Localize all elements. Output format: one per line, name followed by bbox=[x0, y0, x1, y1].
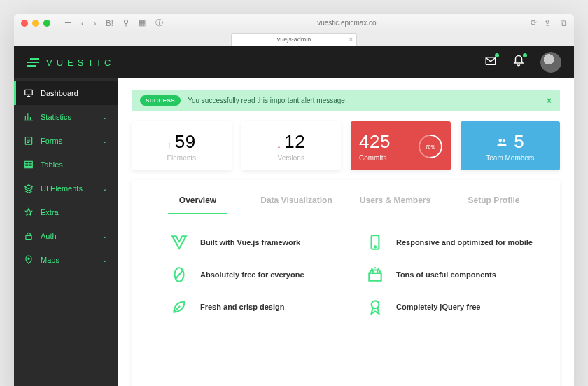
chevron-down-icon: ⌄ bbox=[102, 137, 108, 144]
stat-value: 12 bbox=[284, 131, 305, 152]
svg-point-6 bbox=[499, 138, 503, 142]
monitor-icon bbox=[24, 88, 34, 98]
stat-card-versions[interactable]: ↓12 Versions bbox=[241, 121, 342, 170]
sidebar-item-auth[interactable]: Auth ⌄ bbox=[14, 224, 118, 248]
browser-chrome: ☰ ‹ › B! ⚲ ▦ ⓘ vuestic.epicmax.co ⟳ ⇪ ⧉ bbox=[14, 14, 574, 32]
feature-item: Responsive and optimized for mobile bbox=[365, 233, 536, 252]
menu-toggle-icon[interactable] bbox=[27, 58, 39, 67]
address-bar[interactable]: vuestic.epicmax.co bbox=[317, 19, 376, 27]
brand-text: VUESTIC bbox=[46, 57, 115, 68]
close-window-icon[interactable] bbox=[21, 20, 28, 27]
progress-value: 70% bbox=[425, 144, 435, 149]
tabs-icon[interactable]: ⧉ bbox=[561, 18, 567, 28]
sidebar-item-label: Statistics bbox=[41, 113, 71, 121]
sidebar-item-label: Auth bbox=[41, 232, 57, 240]
svg-point-7 bbox=[503, 139, 505, 142]
user-avatar[interactable] bbox=[540, 52, 561, 73]
feature-text: Absolutely free for everyone bbox=[200, 270, 304, 279]
overview-panel: Overview Data Visualization Users & Memb… bbox=[132, 180, 560, 386]
stat-label: Versions bbox=[278, 154, 304, 162]
table-icon bbox=[24, 160, 34, 170]
chrome-right-icons: ⇪ ⧉ bbox=[544, 18, 567, 28]
svg-point-11 bbox=[372, 301, 379, 308]
share-icon[interactable]: ⇪ bbox=[544, 18, 551, 28]
feature-item: Tons of useful components bbox=[365, 265, 536, 284]
arrow-up-icon: ↑ bbox=[167, 139, 172, 150]
star-icon bbox=[24, 207, 34, 217]
feature-text: Completely jQuery free bbox=[396, 303, 480, 311]
stat-value: 59 bbox=[175, 131, 196, 152]
stat-card-elements[interactable]: ↑59 Elements bbox=[132, 121, 232, 170]
sidebar-item-extra[interactable]: Extra bbox=[14, 200, 118, 224]
feature-text: Built with Vue.js framework bbox=[200, 238, 300, 247]
browser-tab[interactable]: vuejs-admin × bbox=[231, 33, 357, 46]
chart-icon bbox=[24, 112, 34, 122]
messages-button[interactable] bbox=[484, 55, 497, 70]
feature-text: Responsive and optimized for mobile bbox=[396, 238, 533, 247]
stat-card-commits[interactable]: 425 Commits 70% bbox=[351, 121, 451, 170]
window-controls[interactable] bbox=[21, 20, 50, 27]
feature-text: Fresh and crisp design bbox=[200, 303, 284, 311]
sidebar-item-tables[interactable]: Tables bbox=[14, 153, 118, 177]
feature-item: Fresh and crisp design bbox=[169, 297, 340, 317]
svg-rect-1 bbox=[25, 90, 33, 95]
tab-users-members[interactable]: Users & Members bbox=[346, 190, 444, 214]
notification-dot-icon bbox=[523, 53, 527, 57]
progress-ring-icon: 70% bbox=[413, 130, 447, 163]
forward-icon[interactable]: › bbox=[94, 19, 97, 27]
stat-label: Team Members bbox=[486, 154, 534, 162]
stat-cards: ↑59 Elements ↓12 Versions 425 Commits bbox=[132, 121, 560, 170]
vue-icon bbox=[169, 233, 189, 252]
minimize-window-icon[interactable] bbox=[32, 20, 39, 27]
stat-value: 5 bbox=[514, 131, 524, 153]
lock-icon bbox=[24, 231, 34, 241]
sidebar-item-label: Dashboard bbox=[41, 89, 78, 97]
sidebar-item-maps[interactable]: Maps ⌄ bbox=[14, 248, 118, 272]
form-icon bbox=[24, 136, 34, 146]
back-icon[interactable]: ‹ bbox=[81, 19, 84, 27]
feature-item: Absolutely free for everyone bbox=[169, 265, 340, 284]
alert-badge: SUCCESS bbox=[140, 95, 181, 106]
info-icon[interactable]: ⓘ bbox=[155, 18, 163, 28]
grid-icon[interactable]: ▦ bbox=[139, 18, 146, 27]
map-pin-icon bbox=[24, 255, 34, 265]
mobile-icon bbox=[365, 233, 385, 252]
chevron-down-icon: ⌄ bbox=[102, 185, 108, 192]
tab-overview[interactable]: Overview bbox=[148, 190, 247, 214]
sidebar-item-dashboard[interactable]: Dashboard bbox=[14, 81, 118, 105]
sidebar: Dashboard Statistics ⌄ Forms ⌄ Tables bbox=[14, 78, 118, 386]
notifications-button[interactable] bbox=[512, 55, 525, 70]
sidebar-item-forms[interactable]: Forms ⌄ bbox=[14, 129, 118, 153]
zero-icon bbox=[169, 265, 189, 284]
stat-card-members[interactable]: 5 Team Members bbox=[461, 121, 561, 170]
main-content: SUCCESS You successfully read this impor… bbox=[118, 78, 574, 386]
reload-icon[interactable]: ⟳ bbox=[531, 18, 537, 27]
sidebar-item-label: Forms bbox=[41, 137, 62, 145]
layers-icon bbox=[24, 184, 34, 193]
link-icon[interactable]: ⚲ bbox=[123, 18, 129, 27]
features-grid: Built with Vue.js framework Responsive a… bbox=[148, 214, 543, 376]
sidebar-item-statistics[interactable]: Statistics ⌄ bbox=[14, 105, 118, 129]
alert-close-button[interactable]: × bbox=[547, 96, 552, 106]
chevron-down-icon: ⌄ bbox=[102, 233, 108, 240]
feature-text: Tons of useful components bbox=[396, 270, 496, 279]
close-tab-icon[interactable]: × bbox=[349, 36, 353, 43]
alert-text: You successfully read this important ale… bbox=[188, 97, 347, 104]
sidebar-item-ui-elements[interactable]: UI Elements ⌄ bbox=[14, 177, 118, 200]
feature-item: Completely jQuery free bbox=[365, 297, 536, 317]
app-topbar: VUESTIC bbox=[14, 46, 574, 78]
tab-title: vuejs-admin bbox=[277, 36, 312, 43]
feature-item: Built with Vue.js framework bbox=[169, 233, 340, 252]
sidebar-item-label: Extra bbox=[41, 208, 59, 216]
tab-bar: vuejs-admin × bbox=[14, 32, 574, 46]
sidebar-item-label: UI Elements bbox=[41, 184, 83, 193]
brand[interactable]: VUESTIC bbox=[27, 57, 115, 68]
toolbar-icons: ☰ ‹ › B! ⚲ ▦ ⓘ vuestic.epicmax.co ⟳ bbox=[64, 18, 537, 28]
chevron-down-icon: ⌄ bbox=[102, 113, 108, 120]
maximize-window-icon[interactable] bbox=[43, 20, 50, 27]
tab-setup-profile[interactable]: Setup Profile bbox=[444, 190, 543, 214]
sidebar-item-label: Tables bbox=[41, 160, 63, 169]
bold-icon[interactable]: B! bbox=[106, 19, 113, 27]
sidebar-toggle-icon[interactable]: ☰ bbox=[64, 18, 71, 27]
tab-data-visualization[interactable]: Data Visualization bbox=[247, 190, 346, 214]
